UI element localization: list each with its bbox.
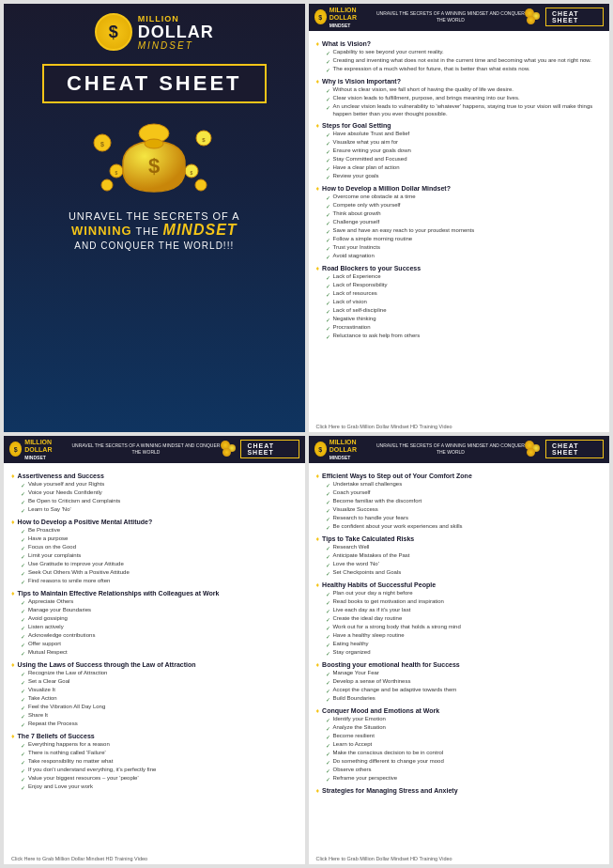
list-item: ✓Visualize It [21, 687, 298, 694]
check-icon: ✓ [21, 742, 25, 749]
bottom-right-panel: $ MILLION DOLLAR MINDSET UNRAVEL THE SEC… [309, 436, 610, 864]
list-item: ✓Read books to get motivation and inspir… [326, 598, 603, 606]
diamond-icon: ♦ [11, 733, 15, 739]
check-icon: ✓ [326, 671, 330, 677]
list-item: ✓Undertake small challenges [326, 481, 603, 488]
check-icon: ✓ [326, 325, 330, 332]
item-text: Be confident about your work experiences… [333, 523, 463, 531]
list-item: ✓There is nothing called 'Failure' [21, 750, 298, 757]
check-icon: ✓ [21, 696, 25, 703]
item-text: Repeat the Process [28, 721, 78, 728]
check-icon: ✓ [21, 545, 25, 551]
list-item: ✓Focus on the Good [21, 544, 298, 551]
check-icon: ✓ [326, 104, 330, 111]
list-item: ✓Avoid stagnation [326, 253, 603, 260]
item-text: Seek Out Others With a Positive Attitude [28, 569, 130, 577]
item-text: Accept the change and be adaptive toward… [333, 687, 457, 694]
check-icon: ✓ [21, 608, 25, 614]
item-text: Create the ideal day routine [333, 615, 403, 623]
list-item: ✓Procrastination [326, 324, 603, 332]
list-item: ✓Set a Clear Goal [21, 678, 298, 686]
check-icon: ✓ [21, 599, 25, 606]
item-text: Set Checkpoints and Goals [333, 569, 402, 577]
list-item: ✓Be confident about your work experience… [326, 523, 603, 531]
list-item: ✓Learn to Say 'No' [21, 506, 298, 514]
check-icon: ✓ [21, 536, 25, 543]
check-icon: ✓ [21, 507, 25, 514]
check-icon: ✓ [326, 776, 330, 783]
item-text: Trust your Instincts [333, 244, 380, 252]
item-text: Lack of self-discipline [333, 307, 387, 315]
list-item: ✓Observe others [326, 767, 603, 774]
bl-logo: $ MILLION DOLLAR MINDSET [9, 439, 71, 460]
list-item: ✓Develop a sense of Worthiness [326, 678, 603, 686]
check-icon: ✓ [326, 759, 330, 766]
section-title: What is Vision? [322, 40, 371, 47]
logo-text: MILLION DOLLAR MINDSET [138, 14, 214, 51]
item-text: Voice your Needs Confidently [28, 489, 102, 497]
check-icon: ✓ [21, 562, 25, 568]
list-item: ✓Have a clear plan of action [326, 164, 603, 172]
list-item: ✓Capability to see beyond your current r… [326, 49, 603, 56]
section-heading: ♦How to Develop a Million Dollar Mindset… [316, 185, 603, 192]
item-text: Have a healthy sleep routine [333, 632, 405, 640]
section-title: How to Develop a Million Dollar Mindset? [322, 185, 451, 192]
bl-logo-icon: $ [9, 442, 22, 457]
list-item: ✓Mutual Respect [21, 649, 298, 657]
check-icon: ✓ [326, 507, 330, 514]
list-item: ✓Analyze the Situation [326, 724, 603, 732]
tr-footer[interactable]: Click Here to Grab Million Dollar Mindse… [309, 421, 610, 432]
item-text: Focus on the Good [28, 544, 76, 551]
item-text: Coach yourself [333, 489, 371, 497]
diamond-icon: ♦ [316, 707, 320, 714]
winning-text: WINNING [71, 224, 132, 238]
diamond-icon: ♦ [316, 473, 320, 479]
check-icon: ✓ [21, 721, 25, 728]
item-text: Reframe your perspective [333, 775, 398, 783]
check-icon: ✓ [326, 211, 330, 218]
item-text: Share It [28, 712, 48, 720]
item-text: Reluctance to ask help from others [333, 333, 421, 340]
check-icon: ✓ [21, 776, 25, 783]
item-text: Take responsibility no matter what [28, 758, 113, 766]
check-icon: ✓ [326, 742, 330, 749]
check-icon: ✓ [21, 528, 25, 535]
tr-logo: $ MILLION DOLLAR MINDSET [314, 7, 376, 28]
bl-footer[interactable]: Click Here to Grab Million Dollar Mindse… [4, 853, 305, 864]
section-title: Tips to Maintain Effective Relationships… [18, 590, 220, 597]
section-title: Healthy Habits of Successful People [322, 581, 436, 588]
tagline2-3: WINNING THE MINDSET [69, 222, 240, 239]
section-title: Strategies for Managing Stress and Anxie… [322, 787, 457, 794]
list-item: ✓Live each day as if it's your last [326, 607, 603, 614]
list-item: ✓Share It [21, 712, 298, 720]
list-item: ✓Accept the change and be adaptive towar… [326, 687, 603, 694]
check-icon: ✓ [21, 784, 25, 791]
item-text: Live each day as if it's your last [333, 607, 411, 614]
list-item: ✓Without a clear vision, we fall short o… [326, 86, 603, 94]
diamond-icon: ♦ [316, 265, 320, 271]
list-item: ✓Recognize the Law of Attraction [21, 670, 298, 677]
br-header: $ MILLION DOLLAR MINDSET UNRAVEL THE SEC… [309, 436, 610, 463]
item-text: Analyze the Situation [333, 724, 386, 732]
section-heading: ♦Road Blockers to your Success [316, 265, 603, 271]
list-item: ✓Visualize what you aim for [326, 139, 603, 147]
list-item: ✓Anticipate Mistakes of the Past [326, 552, 603, 560]
svg-point-8 [101, 179, 113, 191]
item-text: The expression of a much wished for futu… [333, 66, 530, 73]
list-item: ✓Acknowledge contributions [21, 632, 298, 640]
br-footer[interactable]: Click Here to Grab Million Dollar Mindse… [309, 853, 610, 864]
bl-header-coins [221, 441, 238, 457]
cheat-sheet-banner: CHEAT SHEET [42, 64, 267, 103]
item-text: Compete only with yourself [333, 202, 401, 209]
check-icon: ✓ [326, 308, 330, 315]
check-icon: ✓ [21, 713, 25, 720]
diamond-icon: ♦ [11, 590, 15, 597]
section-title: Efficient Ways to Step out of Your Comfo… [322, 473, 472, 479]
check-icon: ✓ [326, 87, 330, 94]
check-icon: ✓ [326, 751, 330, 757]
list-item: ✓Ensure writing your goals down [326, 147, 603, 155]
item-text: Everything happens for a reason [28, 741, 110, 749]
section-title: Using the Laws of Success through the La… [18, 661, 196, 668]
list-item: ✓Stay organized [326, 649, 603, 657]
item-text: Manage Your Fear [333, 670, 379, 677]
